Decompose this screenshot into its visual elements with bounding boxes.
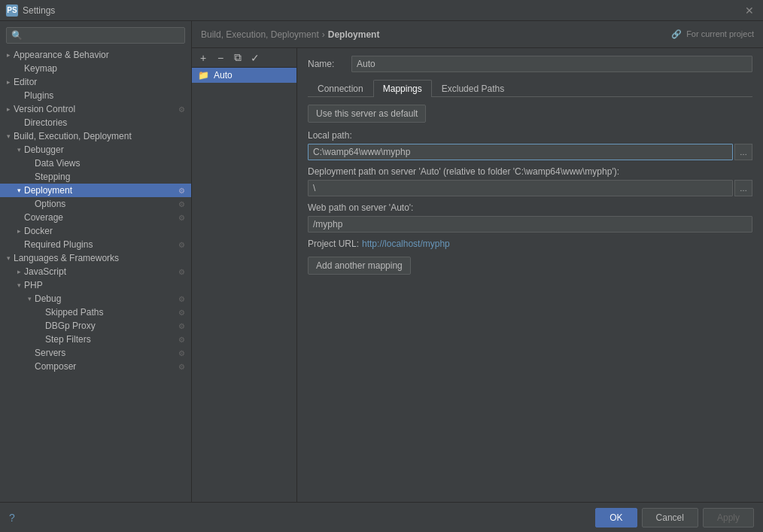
local-path-row: … [308,144,752,160]
gear-icon: ⚙ [178,200,185,208]
gear-icon: ⚙ [178,295,185,303]
arrow-icon: ▸ [3,78,14,86]
sidebar-item-javascript[interactable]: ▸JavaScript⚙ [0,265,191,278]
web-path-row [308,216,752,233]
sidebar-item-dbgp-proxy[interactable]: DBGp Proxy⚙ [0,319,191,333]
sidebar-item-build-exec-deploy[interactable]: ▾Build, Execution, Deployment [0,129,191,143]
add-server-button[interactable]: + [195,50,211,66]
gear-icon: ⚙ [178,241,185,249]
sidebar-item-label: Skipped Paths [45,307,103,318]
sidebar-item-label: Servers [35,348,65,358]
tab-mappings[interactable]: Mappings [373,80,432,97]
sidebar-item-label: Directories [24,117,67,128]
sidebar-item-label: Appearance & Behavior [14,50,109,60]
sidebar-item-label: PHP [24,280,43,290]
sidebar-item-keymap[interactable]: Keymap [0,62,191,75]
arrow-icon: ▾ [14,281,24,289]
sidebar-item-options[interactable]: Options⚙ [0,197,191,211]
sidebar-item-coverage[interactable]: Coverage⚙ [0,211,191,224]
sidebar-item-stepping[interactable]: Stepping [0,170,191,184]
footer: ? OK Cancel Apply [0,502,763,532]
breadcrumb-separator: › [322,29,325,40]
deployment-path-row: … [308,180,752,196]
project-url-row: Project URL: http://localhost/myphp [308,239,752,249]
sidebar-item-docker[interactable]: ▸Docker [0,224,191,238]
search-input[interactable] [6,27,185,44]
remove-server-button[interactable]: − [212,50,229,66]
project-url-label: Project URL: [308,239,359,249]
sidebar-item-editor[interactable]: ▸Editor [0,75,191,89]
right-panel: Name: ConnectionMappingsExcluded Paths U… [297,48,763,502]
sidebar-item-label: Stepping [35,172,70,182]
help-button[interactable]: ? [9,512,15,524]
sidebar-item-directories[interactable]: Directories [0,116,191,129]
sidebar-item-php[interactable]: ▾PHP [0,278,191,292]
sidebar-item-label: JavaScript [24,266,66,277]
arrow-icon: ▾ [3,254,14,262]
sidebar-item-label: Docker [24,226,53,236]
add-mapping-button[interactable]: Add another mapping [308,257,411,275]
server-list: 📁Auto [192,68,296,83]
deployment-path-input[interactable] [308,180,733,196]
local-path-input[interactable] [308,144,733,160]
arrow-icon: ▾ [24,295,35,302]
tabs-row: ConnectionMappingsExcluded Paths [308,80,752,97]
web-path-input[interactable] [308,216,752,233]
server-toolbar: + − ⧉ ✓ [192,48,296,68]
cancel-button[interactable]: Cancel [642,508,698,527]
sidebar-item-label: Data Views [35,158,80,169]
gear-icon: ⚙ [178,322,185,330]
arrow-icon: ▸ [14,227,24,235]
project-url-link[interactable]: http://localhost/myphp [362,239,450,249]
sidebar-item-version-control[interactable]: ▸Version Control⚙ [0,102,191,116]
deployment-path-browse-button[interactable]: … [734,180,752,196]
sidebar-item-skipped-paths[interactable]: Skipped Paths⚙ [0,306,191,319]
gear-icon: ⚙ [178,336,185,344]
sidebar-item-languages-frameworks[interactable]: ▾Languages & Frameworks [0,251,191,265]
gear-icon: ⚙ [178,363,185,371]
sidebar-item-plugins[interactable]: Plugins [0,89,191,102]
arrow-icon: ▾ [14,187,24,194]
sidebar-item-label: Plugins [24,90,53,101]
sidebar-item-step-filters[interactable]: Step Filters⚙ [0,333,191,346]
server-pane: + − ⧉ ✓ 📁Auto [192,48,297,502]
tab-connection[interactable]: Connection [308,80,373,97]
sidebar-item-servers[interactable]: Servers⚙ [0,346,191,360]
sidebar-item-label: Step Filters [45,334,91,345]
name-input[interactable] [351,56,752,72]
sidebar-item-data-views[interactable]: Data Views [0,157,191,170]
sidebar-item-debug[interactable]: ▾Debug⚙ [0,292,191,306]
name-label: Name: [308,59,345,69]
sidebar-item-required-plugins[interactable]: Required Plugins⚙ [0,238,191,251]
tab-excluded-paths[interactable]: Excluded Paths [432,80,514,97]
sidebar-item-label: Options [35,199,65,209]
apply-button[interactable]: Apply [703,508,754,527]
title-bar: PS Settings ✕ [0,0,763,21]
copy-server-button[interactable]: ⧉ [230,50,246,66]
arrow-icon: ▾ [3,132,14,140]
local-path-browse-button[interactable]: … [734,144,752,160]
gear-icon: ⚙ [178,309,185,317]
ok-button[interactable]: OK [595,508,637,527]
gear-icon: ⚙ [178,349,185,357]
server-list-item[interactable]: 📁Auto [192,68,296,83]
breadcrumb-parent: Build, Execution, Deployment [201,29,319,40]
deployment-path-label: Deployment path on server 'Auto' (relati… [308,166,752,177]
close-button[interactable]: ✕ [742,3,757,18]
mappings-tab-content: Use this server as default Local path: …… [308,105,752,275]
local-path-label: Local path: [308,130,752,141]
sidebar-item-deployment[interactable]: ▾Deployment⚙ [0,184,191,197]
sidebar: ▸Appearance & BehaviorKeymap▸EditorPlugi… [0,21,192,502]
sidebar-item-composer[interactable]: Composer⚙ [0,360,191,373]
gear-icon: ⚙ [178,187,185,195]
arrow-icon: ▾ [14,146,24,154]
sidebar-item-label: Composer [35,361,76,372]
sidebar-item-label: Keymap [24,63,57,74]
sidebar-item-debugger[interactable]: ▾Debugger [0,143,191,157]
apply-server-button[interactable]: ✓ [247,50,263,66]
content-area: Build, Execution, Deployment › Deploymen… [192,21,763,502]
sidebar-item-appearance[interactable]: ▸Appearance & Behavior [0,48,191,62]
sidebar-item-label: Build, Execution, Deployment [14,131,132,141]
sidebar-item-label: Editor [14,77,37,87]
use-server-button[interactable]: Use this server as default [308,105,426,123]
